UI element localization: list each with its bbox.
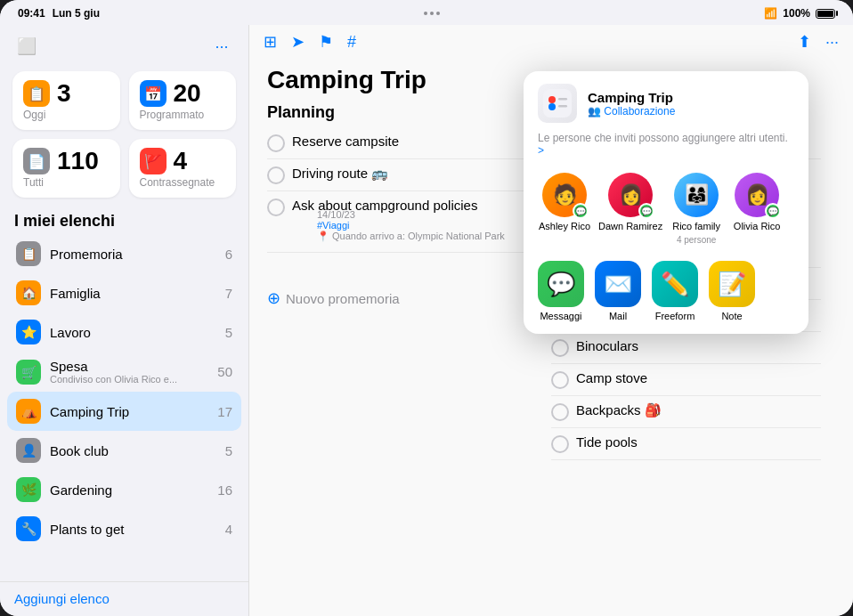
task-text-driving: Driving route 🚌 <box>292 166 537 182</box>
task-campstove[interactable]: Camp stove <box>551 364 821 396</box>
sidebar-item-lavoro[interactable]: ⭐ Lavoro 5 <box>7 312 241 352</box>
share-popup-title: Camping Trip <box>588 90 794 105</box>
sidebar-item-bookclub[interactable]: 👤 Book club 5 <box>7 431 241 470</box>
my-lists-title: I miei elenchi <box>0 205 248 234</box>
share-app-messages[interactable]: 💬 Messaggi <box>538 261 584 321</box>
sidebar-more-icon[interactable]: ··· <box>209 34 234 59</box>
battery-icon <box>816 9 835 19</box>
dawn-avatar: 👩 💬 <box>608 173 653 217</box>
task-circle-campstove[interactable] <box>551 371 569 389</box>
share-icon[interactable]: ⬆ <box>798 32 811 52</box>
battery-label: 100% <box>783 7 810 20</box>
task-text-binoculars: Binoculars <box>576 338 821 353</box>
task-reserve[interactable]: Reserve campsite ⚑ <box>267 127 537 159</box>
sidebar-item-promemoria[interactable]: 📋 Promemoria 6 <box>7 234 241 273</box>
svg-rect-0 <box>543 89 572 118</box>
bookclub-icon: 👤 <box>16 438 41 463</box>
task-tidepools[interactable]: Tide pools <box>551 428 821 460</box>
stat-tutti[interactable]: 📄 110 Tutti <box>12 139 120 198</box>
oggi-icon: 📋 <box>23 80 50 107</box>
share-popup-header: Camping Trip 👥 Collaborazione <box>524 71 808 132</box>
lavoro-icon: ⭐ <box>16 320 41 344</box>
add-reminder-icon: ⊕ <box>267 288 280 308</box>
stat-oggi[interactable]: 📋 3 Oggi <box>12 71 120 130</box>
messages-app-label: Messaggi <box>540 311 581 321</box>
svg-point-1 <box>548 96 556 103</box>
promemoria-name: Promemoria <box>50 247 216 262</box>
task-circle-askabout[interactable] <box>267 199 285 216</box>
task-text-campstove: Camp stove <box>576 370 821 385</box>
svg-rect-3 <box>558 98 567 101</box>
add-list-button[interactable]: Aggiungi elenco <box>14 591 110 606</box>
collaboration-label: Collaborazione <box>604 105 675 118</box>
sidebar-item-gardening[interactable]: 🌿 Gardening 16 <box>7 470 241 509</box>
task-askabout[interactable]: Ask about campground policies 14/10/23 #… <box>267 191 537 253</box>
camping-count: 17 <box>217 404 232 419</box>
spesa-sub: Condiviso con Olivia Rico e... <box>50 374 208 385</box>
olivia-avatar: 👩 💬 <box>735 173 779 217</box>
share-app-note[interactable]: 📝 Note <box>709 261 755 321</box>
note-app-icon: 📝 <box>709 261 755 307</box>
add-reminder-button[interactable]: ⊕ Nuovo promemoria <box>267 280 537 317</box>
toolbar-right-icons: ⬆ ··· <box>798 32 839 52</box>
flag-icon[interactable]: ⚑ <box>319 32 333 52</box>
task-circle-backpacks[interactable] <box>551 403 569 421</box>
task-driving[interactable]: Driving route 🚌 <box>267 159 537 191</box>
stats-grid: 📋 3 Oggi 📅 20 Programmato 📄 110 <box>0 64 248 205</box>
spesa-icon: 🛒 <box>16 360 41 385</box>
collaborator-dawn[interactable]: 👩 💬 Dawn Ramirez <box>598 173 662 245</box>
share-popup: Camping Trip 👥 Collaborazione Le persone… <box>524 71 808 334</box>
list-icon-svg <box>543 89 572 118</box>
task-circle-tidepools[interactable] <box>551 435 569 453</box>
ashley-avatar: 🧑 💬 <box>542 173 587 217</box>
oggi-label: Oggi <box>23 109 110 121</box>
planning-header: Planning ··· <box>267 98 537 127</box>
svg-point-2 <box>548 103 556 110</box>
collaborator-ricofamily[interactable]: 👨‍👩‍👧 Rico family 4 persone <box>670 173 723 245</box>
task-circle-driving[interactable] <box>267 166 285 184</box>
toolbar-left-icons: ⊞ ➤ ⚑ # <box>264 32 356 52</box>
famiglia-count: 7 <box>225 286 232 301</box>
list-items: 📋 Promemoria 6 🏠 Famiglia 7 ⭐ Lavoro 5 🛒 <box>0 234 248 581</box>
sidebar: ⬜ ··· 📋 3 Oggi 📅 20 Programma <box>0 25 249 616</box>
task-binoculars[interactable]: Binoculars <box>551 332 821 364</box>
olivia-message-badge: 💬 <box>765 203 781 219</box>
share-app-mail[interactable]: ✉️ Mail <box>595 261 641 321</box>
task-circle-binoculars[interactable] <box>551 339 569 357</box>
gardening-icon: 🌿 <box>16 477 41 502</box>
sidebar-item-famiglia[interactable]: 🏠 Famiglia 7 <box>7 273 241 312</box>
spesa-count: 50 <box>217 364 232 379</box>
collaborator-olivia[interactable]: 👩 💬 Olivia Rico <box>730 173 784 245</box>
share-popup-subtitle: 👥 Collaborazione <box>588 105 794 118</box>
bookclub-name: Book club <box>50 443 216 458</box>
stat-programmato[interactable]: 📅 20 Programmato <box>129 71 237 130</box>
add-reminder-label: Nuovo promemoria <box>286 291 400 306</box>
share-app-freeform[interactable]: ✏️ Freeform <box>652 261 698 321</box>
task-tag[interactable]: #Viaggi <box>317 220 350 231</box>
sidebar-toggle-icon[interactable]: ⬜ <box>14 34 39 59</box>
share-popup-link[interactable]: > <box>538 144 544 157</box>
collaborator-ashley[interactable]: 🧑 💬 Ashley Rico <box>538 173 591 245</box>
task-location-icon: 📍 <box>317 231 329 241</box>
sidebar-item-camping[interactable]: ⛺ Camping Trip 17 <box>7 392 241 431</box>
famiglia-name: Famiglia <box>50 286 216 301</box>
contrassegnate-number: 4 <box>174 149 188 174</box>
more-icon[interactable]: ··· <box>825 33 839 52</box>
gallery-icon[interactable]: ⊞ <box>264 32 277 52</box>
hash-icon[interactable]: # <box>347 33 356 52</box>
camping-icon: ⛺ <box>16 399 41 424</box>
plantstoget-count: 4 <box>225 522 232 537</box>
stat-contrassegnate[interactable]: 🚩 4 Contrassegnate <box>129 139 237 198</box>
bookclub-count: 5 <box>225 443 232 458</box>
task-backpacks[interactable]: Backpacks 🎒 <box>551 396 821 428</box>
sidebar-item-spesa[interactable]: 🛒 Spesa Condiviso con Olivia Rico e... 5… <box>7 352 241 392</box>
location-icon[interactable]: ➤ <box>291 32 305 52</box>
note-app-label: Note <box>721 311 742 321</box>
task-text-backpacks: Backpacks 🎒 <box>576 402 821 418</box>
mail-app-label: Mail <box>609 311 627 321</box>
status-bar: 09:41 Lun 5 giu 📶 100% <box>0 0 853 25</box>
freeform-app-label: Freeform <box>655 311 695 321</box>
sidebar-item-plantstoget[interactable]: 🔧 Plants to get 4 <box>7 509 241 548</box>
task-circle-reserve[interactable] <box>267 134 285 152</box>
freeform-app-icon: ✏️ <box>652 261 698 307</box>
